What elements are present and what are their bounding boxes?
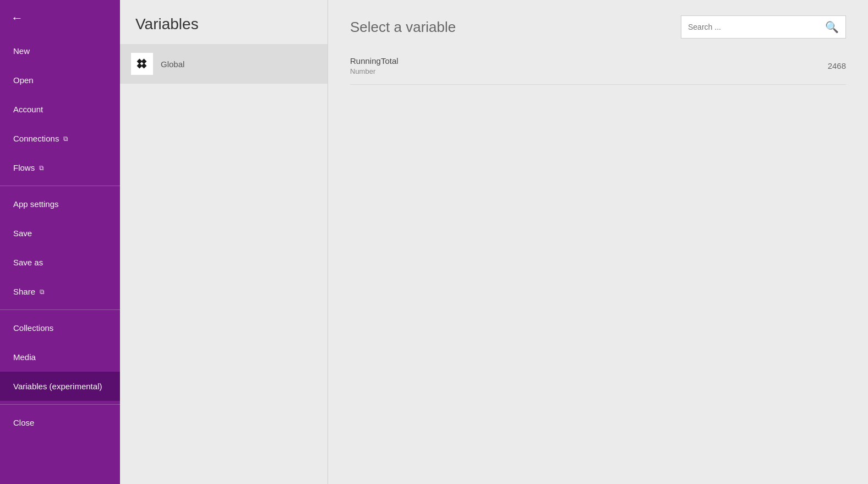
- sidebar-divider-2: [0, 309, 120, 310]
- sidebar-item-account[interactable]: Account: [0, 95, 120, 124]
- sidebar-item-share[interactable]: Share ⧉: [0, 277, 120, 306]
- search-input[interactable]: [681, 17, 818, 37]
- scope-global-item[interactable]: Global: [120, 44, 327, 84]
- variable-info: RunningTotal Number: [350, 56, 398, 75]
- search-button[interactable]: 🔍: [818, 16, 845, 38]
- external-link-icon-flows: ⧉: [39, 164, 44, 172]
- scope-label: Global: [161, 59, 184, 69]
- sidebar-item-label-share: Share: [13, 287, 35, 296]
- variable-row[interactable]: RunningTotal Number 2468: [350, 47, 846, 85]
- external-link-icon-share: ⧉: [40, 288, 45, 296]
- search-icon: 🔍: [825, 21, 839, 33]
- sidebar-item-save[interactable]: Save: [0, 219, 120, 248]
- sidebar-item-open[interactable]: Open: [0, 66, 120, 95]
- sidebar-item-label-close: Close: [13, 418, 34, 427]
- sidebar-divider-3: [0, 404, 120, 405]
- right-panel: Select a variable 🔍 RunningTotal Number …: [328, 0, 868, 484]
- sidebar-item-new[interactable]: New: [0, 36, 120, 66]
- variable-name: RunningTotal: [350, 56, 398, 66]
- external-link-icon-connections: ⧉: [63, 135, 68, 143]
- sidebar-item-label-collections: Collections: [13, 323, 53, 333]
- sidebar-item-variables[interactable]: Variables (experimental): [0, 372, 120, 401]
- back-button[interactable]: ←: [0, 0, 120, 36]
- scope-icon: [131, 53, 153, 75]
- sidebar-divider-1: [0, 186, 120, 186]
- powerapps-icon: [135, 57, 149, 70]
- sidebar-item-connections[interactable]: Connections ⧉: [0, 124, 120, 153]
- sidebar-item-label-new: New: [13, 46, 30, 56]
- sidebar-item-label-save: Save: [13, 229, 32, 238]
- sidebar-item-label-account: Account: [13, 105, 43, 114]
- sidebar-item-label-save-as: Save as: [13, 258, 43, 267]
- sidebar-item-collections[interactable]: Collections: [0, 313, 120, 342]
- svg-rect-3: [141, 63, 147, 69]
- back-arrow-icon: ←: [11, 12, 23, 24]
- middle-panel: Variables Global: [120, 0, 328, 484]
- sidebar: ← New Open Account Connections ⧉ Flows ⧉…: [0, 0, 120, 484]
- variable-type: Number: [350, 67, 398, 75]
- search-box: 🔍: [681, 15, 846, 39]
- right-panel-header: Select a variable 🔍: [328, 0, 868, 47]
- select-variable-label: Select a variable: [350, 19, 456, 36]
- sidebar-item-label-variables: Variables (experimental): [13, 382, 102, 391]
- sidebar-item-flows[interactable]: Flows ⧉: [0, 153, 120, 182]
- sidebar-item-label-app-settings: App settings: [13, 199, 59, 209]
- sidebar-item-media[interactable]: Media: [0, 342, 120, 372]
- sidebar-item-label-flows: Flows: [13, 163, 35, 172]
- sidebar-item-app-settings[interactable]: App settings: [0, 189, 120, 219]
- sidebar-item-label-connections: Connections: [13, 134, 59, 143]
- sidebar-item-label-media: Media: [13, 352, 36, 362]
- sidebar-item-close[interactable]: Close: [0, 408, 120, 437]
- sidebar-item-save-as[interactable]: Save as: [0, 248, 120, 277]
- sidebar-item-label-open: Open: [13, 75, 34, 85]
- page-title: Variables: [120, 0, 327, 44]
- variables-list: RunningTotal Number 2468: [328, 47, 868, 484]
- variable-value: 2468: [828, 61, 846, 70]
